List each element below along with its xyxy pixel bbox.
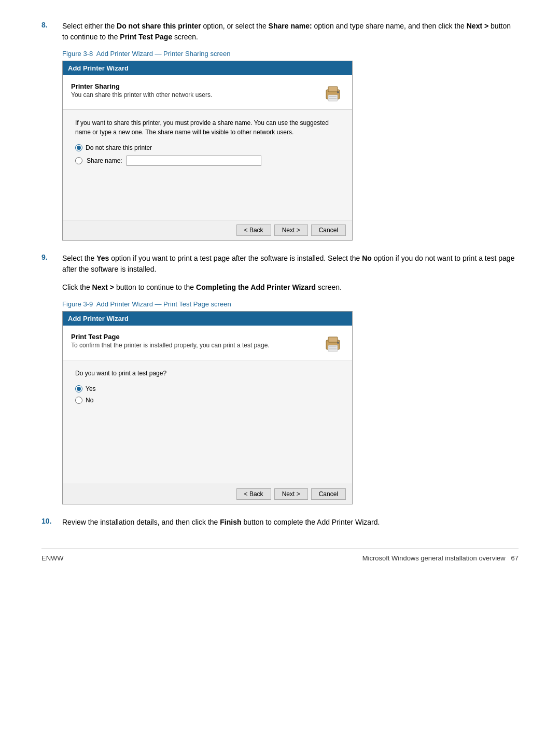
wizard-9-wrapper: Add Printer Wizard Print Test Page To co… xyxy=(62,311,519,504)
wizard-9-description: Do you want to print a test page? xyxy=(75,369,340,378)
step-9-subtext: Click the Next > button to continue to t… xyxy=(62,282,519,293)
wizard-9-option1-label: Yes xyxy=(86,385,96,392)
step-10-block: 10. Review the installation details, and… xyxy=(41,517,519,528)
wizard-8-header-subtitle: You can share this printer with other ne… xyxy=(71,91,212,99)
wizard-8-description: If you want to share this printer, you m… xyxy=(75,118,340,137)
step-9-number: 9. xyxy=(41,253,54,275)
wizard-9-dialog: Add Printer Wizard Print Test Page To co… xyxy=(62,311,353,504)
wizard-8-cancel-btn[interactable]: Cancel xyxy=(311,224,346,236)
footer-right: Microsoft Windows general installation o… xyxy=(362,554,519,562)
svg-rect-3 xyxy=(329,96,337,97)
wizard-9-header: Print Test Page To confirm that the prin… xyxy=(63,326,352,360)
wizard-9-titlebar: Add Printer Wizard xyxy=(63,312,352,326)
wizard-8-header-title: Printer Sharing xyxy=(71,82,212,90)
wizard-8-option1[interactable]: Do not share this printer xyxy=(75,144,340,151)
share-name-input[interactable] xyxy=(127,156,261,166)
step-8-block: 8. Select either the Do not share this p… xyxy=(41,21,519,241)
wizard-9-option2-label: No xyxy=(86,397,93,404)
radio-share-name[interactable] xyxy=(75,157,82,164)
wizard-8-option1-label: Do not share this printer xyxy=(86,144,152,151)
wizard-8-titlebar: Add Printer Wizard xyxy=(63,61,352,75)
wizard-8-back-btn[interactable]: < Back xyxy=(236,224,271,236)
wizard-8-body: Printer Sharing You can share this print… xyxy=(63,75,352,220)
svg-rect-10 xyxy=(329,348,337,349)
svg-rect-4 xyxy=(329,98,337,99)
wizard-9-header-subtitle: To confirm that the printer is installed… xyxy=(71,342,270,349)
wizard-8-wrapper: Add Printer Wizard Printer Sharing You c… xyxy=(62,61,519,241)
figure-8-label: Figure 3-8 Add Printer Wizard — Printer … xyxy=(62,50,519,58)
wizard-9-back-btn[interactable]: < Back xyxy=(236,488,271,500)
svg-point-11 xyxy=(337,342,339,344)
step-9-block: 9. Select the Yes option if you want to … xyxy=(41,253,519,504)
step-10-number: 10. xyxy=(41,517,54,528)
svg-point-5 xyxy=(337,91,339,93)
wizard-9-footer: < Back Next > Cancel xyxy=(63,484,352,504)
wizard-8-header: Printer Sharing You can share this print… xyxy=(63,75,352,110)
step-8-text: Select either the Do not share this prin… xyxy=(62,21,519,43)
step-9-text: Select the Yes option if you want to pri… xyxy=(62,253,519,275)
radio-no-share[interactable] xyxy=(75,144,82,151)
wizard-8-footer: < Back Next > Cancel xyxy=(63,220,352,240)
step-8-number: 8. xyxy=(41,21,54,43)
footer: ENWW Microsoft Windows general installat… xyxy=(41,549,519,562)
figure-9-label: Figure 3-9 Add Printer Wizard — Print Te… xyxy=(62,300,519,308)
svg-rect-7 xyxy=(328,337,338,342)
wizard-8-option2-label: Share name: xyxy=(87,157,122,164)
wizard-9-body: Print Test Page To confirm that the prin… xyxy=(63,326,352,484)
wizard-8-next-btn[interactable]: Next > xyxy=(274,224,308,236)
svg-rect-9 xyxy=(329,346,337,347)
wizard-8-dialog: Add Printer Wizard Printer Sharing You c… xyxy=(62,61,353,241)
wizard-8-option2[interactable]: Share name: xyxy=(75,156,340,166)
wizard-8-content: If you want to share this printer, you m… xyxy=(63,110,352,220)
printer-icon xyxy=(322,82,344,104)
step-10-text: Review the installation details, and the… xyxy=(62,517,380,528)
wizard-9-content: Do you want to print a test page? Yes No xyxy=(63,360,352,484)
radio-yes[interactable] xyxy=(75,385,82,392)
svg-rect-1 xyxy=(328,87,338,92)
wizard-9-cancel-btn[interactable]: Cancel xyxy=(311,488,346,500)
wizard-9-next-btn[interactable]: Next > xyxy=(274,488,308,500)
wizard-9-option1[interactable]: Yes xyxy=(75,385,340,392)
radio-no[interactable] xyxy=(75,397,82,404)
footer-left: ENWW xyxy=(41,554,64,562)
wizard-9-option2[interactable]: No xyxy=(75,397,340,404)
wizard-9-header-title: Print Test Page xyxy=(71,333,270,341)
printer-icon-2 xyxy=(322,333,344,355)
